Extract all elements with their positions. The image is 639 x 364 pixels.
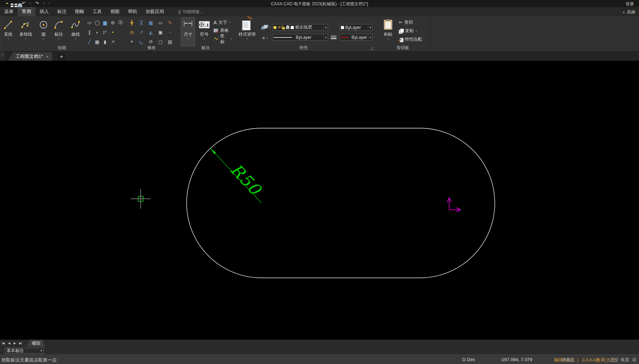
- tab-annotate[interactable]: 标注: [53, 7, 71, 16]
- text-dropdown-icon[interactable]: ∨: [229, 21, 230, 24]
- paste-label: 粘贴: [384, 32, 392, 37]
- last-sheet-button[interactable]: ▶|: [17, 341, 23, 345]
- coordinate-tool-button[interactable]: 坐标 ∨: [213, 35, 232, 42]
- tab-insert[interactable]: 插入: [35, 7, 53, 16]
- lineweight-select[interactable]: ByLayer ▾: [339, 34, 373, 41]
- circle-dropdown-icon[interactable]: ∨: [42, 37, 44, 41]
- login-button[interactable]: 登录: [626, 1, 634, 7]
- extend-tool-icon[interactable]: ↗: [137, 28, 146, 37]
- linetype-select-arrow[interactable]: ▾: [323, 34, 327, 40]
- array-tool-icon[interactable]: ▦: [146, 18, 156, 27]
- symbol-dropdown-icon[interactable]: ∨: [203, 37, 205, 41]
- color-select[interactable]: ByLayer ▾: [339, 24, 373, 31]
- paste-button[interactable]: 粘贴 ∨: [380, 18, 396, 41]
- toggle-ortho[interactable]: 正交: [610, 357, 619, 363]
- function-search[interactable]: 功能搜索...: [178, 9, 203, 15]
- toggle-screen-point[interactable]: 屏幕点: [562, 357, 575, 363]
- drawing-canvas[interactable]: R50: [0, 61, 639, 340]
- style-label: 风格: [627, 9, 635, 15]
- tab-view[interactable]: 视图: [106, 7, 124, 16]
- line-dropdown-icon[interactable]: ∨: [7, 37, 9, 41]
- arc-dropdown-icon[interactable]: ∨: [58, 37, 59, 41]
- first-sheet-button[interactable]: |◀: [0, 341, 6, 345]
- group-annotate: 尺寸 ∨ .1 符号 ∨ A 文字 ∨ + 表格 坐标 ∨: [179, 16, 233, 52]
- coordinate-icon: [213, 37, 218, 41]
- linetype-select[interactable]: ByLayer ▾: [272, 34, 328, 41]
- trim-tool-icon[interactable]: ╳: [137, 18, 146, 27]
- copy-button[interactable]: 复制 ∨: [399, 28, 422, 34]
- color-value: ByLayer: [345, 25, 361, 30]
- polyline-dropdown-icon[interactable]: ∨: [25, 37, 27, 41]
- layer-value: 粗实线层: [295, 24, 312, 30]
- text-tool-button[interactable]: A 文字 ∨: [213, 19, 232, 26]
- text-circle-tool-icon[interactable]: Ⓐ: [116, 18, 125, 27]
- lineweight-button[interactable]: [331, 35, 336, 39]
- copy-dropdown-icon[interactable]: ∨: [415, 30, 417, 32]
- panel-tab-icon[interactable]: ⊤: [1, 54, 4, 58]
- dimension-dropdown-icon[interactable]: ∨: [187, 37, 189, 41]
- linetype-dropdown-icon[interactable]: ∨: [266, 37, 268, 40]
- tab-help[interactable]: 帮助: [124, 7, 141, 16]
- cut-button[interactable]: ✂ 剪切: [399, 19, 422, 26]
- ribbon-style-toggle[interactable]: ∧ 风格: [622, 9, 635, 15]
- stadium-shape: [187, 128, 495, 278]
- stretch-tool-icon[interactable]: ▭: [156, 18, 165, 27]
- new-tab-button[interactable]: +: [58, 53, 65, 60]
- line-tool-button[interactable]: 直线 ∨: [1, 18, 15, 41]
- document-tab[interactable]: 工程图文档1* ×: [8, 52, 52, 61]
- paste-dropdown-icon[interactable]: ∨: [387, 37, 389, 41]
- model-tab[interactable]: 模型: [27, 340, 45, 347]
- layer-select-arrow[interactable]: ▾: [323, 24, 327, 30]
- dimension-label: 尺寸: [184, 32, 192, 37]
- copy-icon: [399, 29, 403, 33]
- lineweight-select-arrow[interactable]: ▾: [368, 34, 371, 40]
- layer-on-icon: [274, 26, 276, 29]
- circle-icon: [39, 18, 48, 32]
- move-tool-icon[interactable]: ╋: [127, 18, 136, 27]
- toggle-dynamic-input[interactable]: 动态: [632, 357, 639, 364]
- style-manager-dropdown-icon[interactable]: ∨: [246, 37, 248, 41]
- symbol-tool-button[interactable]: .1 符号 ∨: [197, 18, 211, 41]
- circle-tool-button[interactable]: 圆 ∨: [37, 18, 49, 41]
- fillet-tool-icon[interactable]: ◔: [165, 28, 175, 37]
- copy-tool-icon[interactable]: ⊙: [127, 28, 136, 37]
- polyline-tool-button[interactable]: 多段线 ∨: [16, 18, 36, 41]
- match-properties-button[interactable]: 特性匹配: [399, 36, 422, 43]
- arc-tool-button[interactable]: 标注 ∨: [51, 18, 66, 41]
- color-select-arrow[interactable]: ▾: [368, 24, 371, 30]
- layers-dropdown-icon[interactable]: ∨: [269, 26, 270, 29]
- document-tab-bar: 工程图文档1* × +: [0, 52, 639, 61]
- style-manager-button[interactable]: 样式管理 ∨: [235, 18, 259, 41]
- status-bar: 拾取标注元素或点取第一点: D Dim -197.094, 7.079 咖啡社区…: [0, 354, 639, 364]
- layer-tool[interactable]: ∨: [262, 25, 270, 30]
- properties-dialog-launcher-icon[interactable]: [370, 47, 373, 50]
- dimension-style-arrow[interactable]: ▾: [40, 349, 42, 352]
- prev-sheet-button[interactable]: ◀: [6, 341, 12, 345]
- erase-tool-icon[interactable]: ✎: [165, 18, 175, 27]
- text-label: 文字: [218, 19, 227, 25]
- table-icon: +: [213, 29, 218, 33]
- bulb-icon: [178, 10, 181, 13]
- linetype-tool[interactable]: ≡ ∨: [262, 35, 268, 41]
- dimension-style-select[interactable]: 基本标注 ▾: [5, 348, 44, 354]
- menu-button[interactable]: 菜单: [0, 7, 18, 16]
- tab-common[interactable]: 常用: [18, 7, 35, 16]
- next-sheet-button[interactable]: ▶: [12, 341, 17, 345]
- ribbon: 直线 ∨ 多段线 ∨ 圆 ∨ 标注 ∨: [0, 16, 639, 52]
- layer-select[interactable]: ☀ 粗实线层 ▾: [272, 24, 328, 31]
- coordinate-dropdown-icon[interactable]: ∨: [230, 37, 232, 40]
- dimension-icon: [183, 18, 193, 32]
- spline-dropdown-icon[interactable]: ∨: [75, 37, 76, 41]
- toggle-lineweight[interactable]: 线宽: [621, 357, 629, 363]
- current-color-swatch: [341, 26, 344, 29]
- spline-tool-button[interactable]: 曲线 ∨: [68, 18, 83, 41]
- close-tab-icon[interactable]: ×: [46, 54, 49, 59]
- tab-addons[interactable]: 加载应用: [141, 7, 168, 16]
- mirror-tool-icon[interactable]: ◭: [146, 28, 156, 37]
- cut-icon: ✂: [399, 20, 403, 25]
- overlap-tool-icon[interactable]: ▣: [156, 28, 165, 37]
- tab-sheet[interactable]: 图幅: [71, 7, 88, 16]
- tab-tools[interactable]: 工具: [88, 7, 106, 16]
- function-search-label: 功能搜索...: [183, 9, 203, 15]
- dimension-tool-button[interactable]: 尺寸 ∨: [181, 17, 195, 46]
